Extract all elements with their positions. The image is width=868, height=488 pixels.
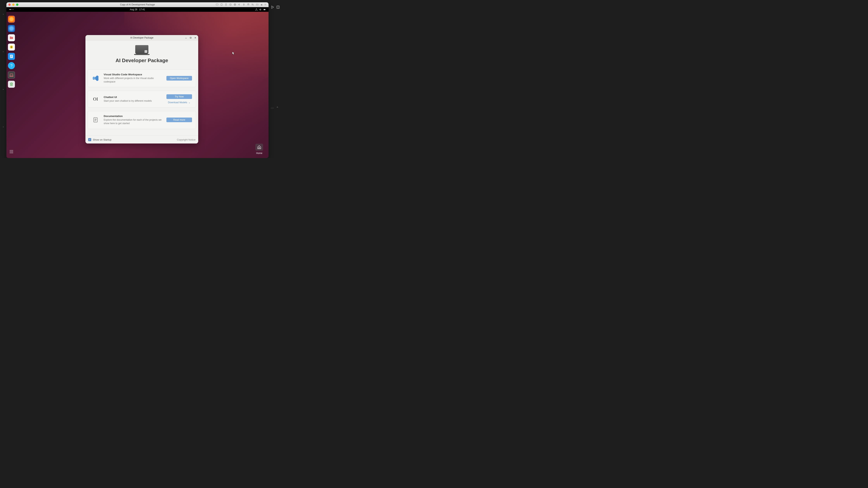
svg-point-39 — [11, 153, 12, 153]
chevron-down-icon[interactable]: ⌄ — [2, 88, 4, 90]
ubuntu-desktop: ? Home — [6, 12, 269, 158]
vscode-icon — [92, 75, 99, 82]
back-icon[interactable]: ◀ — [260, 3, 262, 6]
date-label: Aug 28 — [130, 8, 137, 11]
home-icon — [255, 144, 263, 151]
svg-rect-27 — [10, 55, 12, 56]
svg-line-15 — [252, 3, 254, 5]
svg-point-20 — [257, 10, 257, 10]
dialog-footer: ✓ Show on Startup Copyright Notice — [86, 135, 198, 143]
time-label: 17:41 — [139, 8, 145, 11]
svg-point-37 — [12, 151, 13, 152]
minimize-traffic-light[interactable] — [12, 3, 14, 6]
globe-icon[interactable] — [234, 3, 236, 6]
svg-rect-12 — [248, 4, 249, 5]
dock-thunderbird-icon[interactable] — [8, 25, 15, 32]
dock-trash-icon[interactable] — [8, 81, 15, 88]
documentation-card: Documentation Explore the documentation … — [88, 111, 196, 129]
vscode-card-title: Visual Studio Code Workspace — [104, 73, 162, 76]
svg-point-40 — [12, 153, 13, 153]
indicator-dot-icon — [12, 9, 13, 10]
status-area[interactable] — [255, 8, 266, 11]
ubuntu-dock: ? — [7, 15, 16, 155]
copyright-notice-link[interactable]: Copyright Notice — [177, 138, 195, 141]
camera-off-icon[interactable] — [251, 3, 254, 6]
dock-firefox-icon[interactable] — [8, 16, 15, 23]
maximize-button[interactable] — [189, 36, 192, 39]
datetime[interactable]: Aug 28 17:41 — [130, 8, 145, 11]
dock-show-apps-icon[interactable] — [8, 148, 15, 155]
documentation-icon — [92, 117, 99, 123]
download-models-label: Download Models — [168, 101, 187, 104]
open-workspace-button[interactable]: Open Workspace — [166, 76, 192, 80]
minimize-button[interactable] — [184, 36, 188, 39]
usb-icon[interactable] — [225, 3, 227, 6]
dialog-titlebar: AI Developer Package — [86, 35, 198, 40]
chevron-down-icon[interactable]: ⌄ — [2, 125, 4, 128]
dialog-body: AI Developer Package Visual Studio Code … — [86, 40, 198, 135]
read-more-button[interactable]: Read more — [166, 118, 192, 122]
ai-package-dialog: AI Developer Package — [86, 35, 198, 143]
svg-marker-21 — [259, 9, 260, 10]
chevron-up-icon[interactable]: ⌃ — [276, 106, 279, 110]
documentation-card-subtitle: Explore the documentation for each of th… — [104, 118, 162, 125]
chatbot-card: OI Chatbot UI Start your own chatbot to … — [88, 91, 196, 107]
volume-icon — [259, 8, 262, 11]
zoom-traffic-light[interactable] — [16, 3, 19, 6]
svg-rect-29 — [10, 57, 11, 57]
hero-title: AI Developer Package — [116, 58, 168, 64]
chevron-down-icon[interactable]: ⌄ — [2, 50, 4, 53]
svg-rect-31 — [10, 76, 13, 76]
show-on-startup-label: Show on Startup — [93, 138, 112, 141]
svg-rect-13 — [248, 3, 249, 4]
chatbot-card-subtitle: Start your own chatbot to try different … — [104, 99, 162, 103]
disc-icon[interactable] — [229, 3, 232, 6]
network-icon — [255, 8, 258, 11]
svg-point-16 — [265, 4, 266, 5]
dock-help-icon[interactable]: ? — [8, 62, 15, 69]
show-on-startup-checkbox[interactable]: ✓ Show on Startup — [88, 138, 112, 141]
sound-icon[interactable] — [238, 3, 241, 6]
battery-icon — [263, 8, 266, 11]
close-traffic-light[interactable] — [8, 3, 11, 6]
dialog-title: AI Developer Package — [130, 36, 153, 39]
chatbot-icon: OI — [92, 96, 99, 102]
svg-rect-22 — [264, 9, 266, 10]
svg-rect-30 — [10, 74, 13, 76]
svg-point-18 — [256, 8, 256, 9]
svg-point-25 — [11, 46, 12, 47]
editor-left-gutter: ⌄ ⌄ ⌄ ⌄ — [0, 0, 6, 158]
hero-laptop-icon — [135, 45, 148, 54]
download-models-link[interactable]: Download Models ⌄ — [168, 101, 190, 104]
dock-rhythmbox-icon[interactable] — [8, 43, 15, 51]
dock-writer-icon[interactable] — [8, 53, 15, 60]
mac-window: Copy of AI Development Package ◀ — [6, 2, 269, 158]
dock-ai-package-icon[interactable] — [8, 71, 15, 78]
desktop-home-shortcut[interactable]: Home — [255, 144, 263, 155]
chevron-down-icon[interactable]: ⌄ — [2, 12, 4, 15]
svg-rect-11 — [244, 3, 244, 5]
svg-point-38 — [10, 153, 11, 153]
folder-icon[interactable] — [256, 3, 258, 6]
gear-icon[interactable] — [264, 3, 267, 6]
chevron-down-icon: ⌄ — [188, 101, 190, 104]
svg-rect-17 — [9, 9, 11, 10]
svg-marker-10 — [239, 4, 240, 5]
try-now-button[interactable]: Try Now — [166, 94, 192, 99]
documentation-card-title: Documentation — [104, 115, 162, 118]
printer-icon[interactable] — [247, 3, 250, 6]
close-button[interactable] — [193, 36, 197, 39]
svg-point-34 — [12, 150, 13, 151]
display-icon[interactable] — [216, 3, 218, 6]
mic-icon[interactable] — [243, 3, 245, 6]
cursor-icon — [232, 52, 235, 55]
editor-right-gutter: ⋯ ⌃ — [269, 0, 282, 158]
panel-icon[interactable] — [276, 5, 280, 10]
vscode-card-subtitle: Work with different projects in the Visu… — [104, 76, 162, 84]
more-icon[interactable]: ⋯ — [271, 106, 274, 110]
svg-rect-6 — [225, 4, 226, 6]
desktop-home-label: Home — [255, 152, 263, 155]
play-icon[interactable] — [271, 5, 274, 10]
clipboard-icon[interactable] — [220, 3, 223, 6]
dock-files-icon[interactable] — [8, 34, 15, 41]
